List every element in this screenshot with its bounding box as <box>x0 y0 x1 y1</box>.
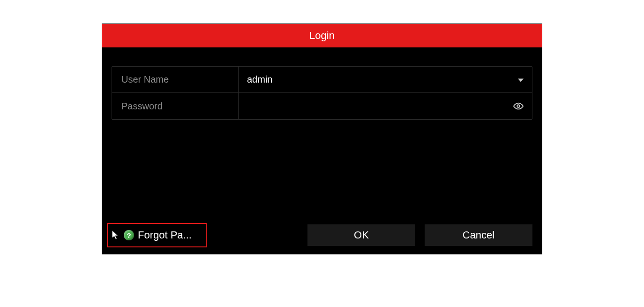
username-dropdown[interactable]: admin <box>239 67 532 92</box>
dialog-footer: ? Forgot Pa... OK Cancel <box>102 221 542 254</box>
username-label: User Name <box>112 67 239 92</box>
form-table: User Name admin Password <box>112 66 532 120</box>
ok-button[interactable]: OK <box>307 224 415 246</box>
dialog-body: User Name admin Password <box>102 47 542 221</box>
password-row: Password <box>112 93 532 119</box>
password-input[interactable] <box>239 93 532 119</box>
help-icon: ? <box>124 230 134 240</box>
username-value: admin <box>247 74 272 85</box>
forgot-password-label: Forgot Pa... <box>138 229 192 241</box>
cancel-button[interactable]: Cancel <box>425 224 532 246</box>
login-dialog: Login User Name admin Password <box>102 23 542 254</box>
cursor-icon <box>112 230 120 240</box>
password-label: Password <box>112 93 239 119</box>
eye-icon[interactable] <box>513 101 524 111</box>
chevron-down-icon <box>518 76 524 84</box>
forgot-password-button[interactable]: ? Forgot Pa... <box>107 223 207 247</box>
svg-point-0 <box>517 105 520 107</box>
username-row: User Name admin <box>112 67 532 93</box>
dialog-title: Login <box>102 24 542 47</box>
